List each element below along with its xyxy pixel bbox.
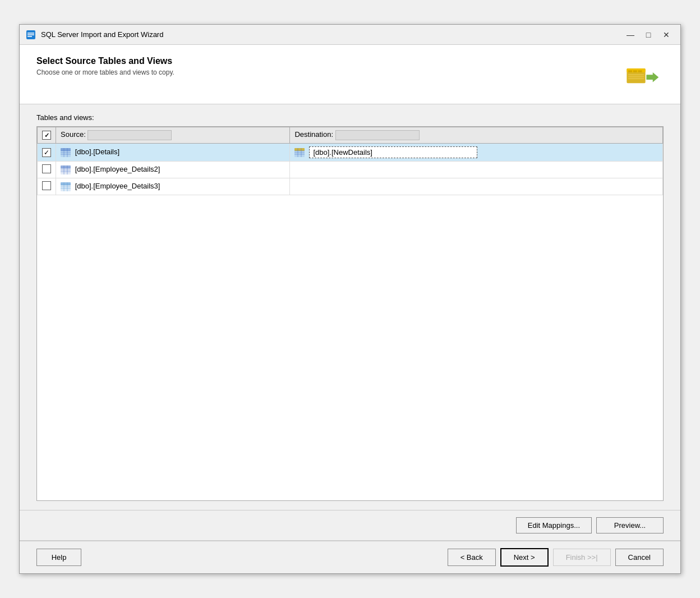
close-button[interactable]: ✕ bbox=[658, 28, 675, 42]
svg-rect-13 bbox=[61, 148, 71, 151]
row1-checkbox-cell[interactable]: ✓ bbox=[38, 144, 56, 162]
next-button[interactable]: Next > bbox=[500, 548, 549, 567]
svg-rect-7 bbox=[633, 70, 637, 72]
row2-source-name: [dbo].[Employee_Details2] bbox=[75, 165, 160, 173]
row3-source-cell: [dbo].[Employee_Details3] bbox=[56, 178, 290, 195]
finish-button: Finish >>| bbox=[553, 549, 611, 566]
row3-source-icon bbox=[61, 182, 75, 190]
svg-rect-2 bbox=[27, 34, 34, 35]
row3-destination-cell bbox=[290, 178, 663, 195]
svg-rect-1 bbox=[27, 33, 34, 34]
svg-rect-10 bbox=[628, 76, 644, 77]
row2-source-cell: [dbo].[Employee_Details2] bbox=[56, 162, 290, 178]
cancel-button[interactable]: Cancel bbox=[615, 549, 664, 566]
action-bar: Edit Mappings... Preview... bbox=[20, 510, 680, 540]
source-filter-input[interactable] bbox=[88, 130, 172, 140]
main-window: SQL Server Import and Export Wizard — □ … bbox=[19, 24, 681, 574]
table-row[interactable]: [dbo].[Employee_Details3] bbox=[38, 178, 663, 195]
window-controls: — □ ✕ bbox=[622, 28, 675, 42]
row1-source-icon bbox=[61, 148, 75, 156]
title-bar-left: SQL Server Import and Export Wizard bbox=[25, 29, 163, 40]
source-column-header: Source: bbox=[56, 127, 290, 144]
row1-source-cell: [dbo].[Details] bbox=[56, 144, 290, 162]
title-bar: SQL Server Import and Export Wizard — □ … bbox=[20, 25, 680, 45]
row3-checkbox-cell[interactable] bbox=[38, 178, 56, 195]
row1-source-name: [dbo].[Details] bbox=[75, 148, 120, 156]
row3-source-name: [dbo].[Employee_Details3] bbox=[75, 182, 160, 190]
table-row[interactable]: [dbo].[Employee_Details2] bbox=[38, 162, 663, 178]
row1-destination-cell: [dbo].[NewDetails] bbox=[290, 144, 663, 162]
header-section: Select Source Tables and Views Choose on… bbox=[20, 45, 680, 104]
svg-rect-6 bbox=[628, 70, 632, 72]
preview-button[interactable]: Preview... bbox=[596, 517, 664, 533]
page-title: Select Source Tables and Views bbox=[36, 56, 174, 66]
svg-rect-3 bbox=[27, 36, 32, 37]
row1-dest-container: [dbo].[NewDetails] bbox=[294, 146, 658, 158]
row1-checkbox[interactable]: ✓ bbox=[42, 148, 51, 157]
row2-source-icon bbox=[61, 165, 75, 173]
footer: Help < Back Next > Finish >>| Cancel bbox=[20, 540, 680, 573]
row3-checkbox[interactable] bbox=[42, 181, 51, 190]
back-button[interactable]: < Back bbox=[448, 549, 496, 566]
row1-destination-name[interactable]: [dbo].[NewDetails] bbox=[309, 146, 477, 158]
row2-checkbox-cell[interactable] bbox=[38, 162, 56, 178]
window-title: SQL Server Import and Export Wizard bbox=[41, 30, 163, 39]
svg-rect-9 bbox=[628, 74, 644, 75]
help-button[interactable]: Help bbox=[36, 549, 81, 566]
svg-rect-27 bbox=[61, 165, 71, 168]
page-subtitle: Choose one or more tables and views to c… bbox=[36, 68, 174, 76]
edit-mappings-button[interactable]: Edit Mappings... bbox=[516, 517, 592, 533]
maximize-button[interactable]: □ bbox=[640, 28, 657, 42]
table-container: ✓ Source: Destination: bbox=[36, 126, 664, 501]
content-section: Tables and views: ✓ Source: Destination: bbox=[20, 104, 680, 510]
app-icon bbox=[25, 29, 36, 40]
destination-column-header: Destination: bbox=[290, 127, 663, 144]
row2-checkbox[interactable] bbox=[42, 164, 51, 173]
table-row[interactable]: ✓ bbox=[38, 144, 663, 162]
header-checkbox-cell[interactable]: ✓ bbox=[38, 127, 56, 144]
svg-rect-34 bbox=[61, 182, 71, 185]
header-check-icon[interactable]: ✓ bbox=[42, 131, 51, 140]
source-tables-grid: ✓ Source: Destination: bbox=[37, 127, 663, 195]
minimize-button[interactable]: — bbox=[622, 28, 639, 42]
destination-filter-input[interactable] bbox=[335, 130, 420, 140]
svg-rect-8 bbox=[638, 70, 642, 72]
svg-rect-20 bbox=[294, 148, 305, 151]
header-icon bbox=[624, 56, 664, 95]
row1-dest-icon bbox=[294, 148, 307, 157]
header-text: Select Source Tables and Views Choose on… bbox=[36, 56, 174, 76]
row2-destination-cell bbox=[290, 162, 663, 178]
table-header-row: ✓ Source: Destination: bbox=[38, 127, 663, 144]
svg-rect-11 bbox=[628, 78, 644, 79]
tables-label: Tables and views: bbox=[36, 113, 664, 122]
